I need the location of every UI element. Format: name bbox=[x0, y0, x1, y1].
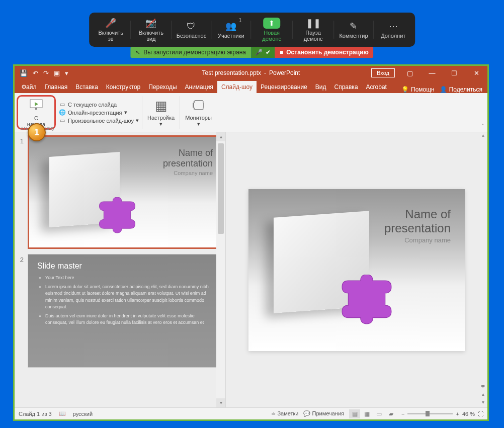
login-button[interactable]: Вход bbox=[371, 68, 395, 77]
prev-slide-button[interactable]: ≑ bbox=[478, 383, 487, 391]
maximize-button[interactable]: ☐ bbox=[443, 66, 465, 80]
normal-view-button[interactable]: ▤ bbox=[349, 409, 360, 418]
redo-icon[interactable]: ↷ bbox=[43, 69, 49, 77]
zoom-more-button[interactable]: ⋯ Дополнит bbox=[374, 19, 413, 41]
pencil-icon: ✎ bbox=[350, 21, 357, 32]
camera-icon: 📷 bbox=[145, 18, 156, 29]
slide2-title: Slide master bbox=[37, 262, 214, 271]
slide-counter[interactable]: Слайд 1 из 3 bbox=[19, 411, 52, 417]
collapse-ribbon-button[interactable]: ˄ bbox=[481, 123, 484, 130]
spell-icon[interactable]: 📖 bbox=[59, 410, 66, 417]
zoom-participants-label: Участники bbox=[218, 33, 244, 39]
comments-button[interactable]: 💬 Примечания bbox=[303, 410, 344, 417]
notes-button[interactable]: ≐ Заметки bbox=[271, 410, 298, 417]
zoom-slider[interactable] bbox=[407, 413, 453, 414]
slide-subtitle: Company name bbox=[384, 236, 451, 244]
minimize-button[interactable]: — bbox=[421, 66, 443, 80]
zoom-share-label: Новая демонс bbox=[257, 30, 286, 42]
group-start-label: ать слайд-шоу bbox=[18, 125, 490, 131]
zoom-more-label: Дополнит bbox=[381, 33, 405, 39]
thumbnail-scrollbar[interactable]: ▴ ▾ bbox=[216, 132, 225, 407]
zoom-security-button[interactable]: 🛡 Безопаснос bbox=[172, 19, 211, 41]
slide2-bullet: Lorem ipsum dolor sit amet, consectetuer… bbox=[45, 284, 214, 311]
current-slide[interactable]: Name ofpresentation Company name bbox=[248, 189, 465, 351]
slide-thumbnail-1[interactable]: 1 Name ofpresentation Company name bbox=[17, 135, 223, 249]
tab-help[interactable]: Справка bbox=[330, 81, 362, 93]
zoom-audio-label: Включить зв bbox=[97, 30, 124, 42]
slide-number: 2 bbox=[17, 254, 24, 368]
reading-view-button[interactable]: ▭ bbox=[373, 409, 384, 418]
zoom-control[interactable]: − + 46 % ⛶ bbox=[401, 411, 483, 417]
screen-share-banner: ↖ Вы запустили демонстрацию экрана 🎤 ✔ ■… bbox=[130, 47, 373, 58]
bulb-icon: 💡 bbox=[401, 86, 409, 93]
next-slide-button[interactable]: ▾ bbox=[478, 399, 487, 407]
slide-thumbnail-2[interactable]: 2 Slide master Your Text here Lorem ipsu… bbox=[17, 254, 223, 368]
slideshow-view-button[interactable]: ▰ bbox=[385, 409, 396, 418]
tab-animation[interactable]: Анимация bbox=[181, 81, 217, 93]
slide-subtitle: Company name bbox=[163, 170, 213, 176]
check-mini-icon: ✔ bbox=[266, 49, 271, 56]
language-indicator[interactable]: русский bbox=[73, 411, 93, 417]
save-icon[interactable]: 💾 bbox=[20, 69, 28, 77]
zoom-video-button[interactable]: 📷 Включить вид bbox=[131, 16, 172, 44]
zoom-participants-button[interactable]: 1 👥 Участники bbox=[211, 19, 250, 41]
annotation-callout-1: 1 bbox=[28, 123, 46, 141]
zoom-annotate-button[interactable]: ✎ Комментир bbox=[334, 19, 373, 41]
zoom-in-button[interactable]: + bbox=[456, 411, 459, 417]
undo-icon[interactable]: ↶ bbox=[33, 69, 38, 77]
zoom-out-button[interactable]: − bbox=[401, 411, 404, 417]
filename: Test presentation.pptx bbox=[202, 69, 261, 76]
sorter-view-button[interactable]: ▦ bbox=[361, 409, 372, 418]
tab-file[interactable]: Файл bbox=[18, 81, 41, 93]
scroll-up-button[interactable]: ▴ bbox=[478, 132, 487, 141]
custom-slideshow-button[interactable]: ▭Произвольное слайд-шоу ▾ bbox=[59, 117, 139, 124]
share-icon: ⬆ bbox=[263, 18, 280, 29]
share-status-text: Вы запустили демонстрацию экрана bbox=[143, 49, 246, 56]
tab-review[interactable]: Рецензирование bbox=[257, 81, 311, 93]
share-controls[interactable]: 🎤 ✔ bbox=[251, 47, 275, 58]
ribbon-content: С начала ▭С текущего слайда 🌐Онлайн-през… bbox=[15, 93, 487, 132]
close-button[interactable]: ✕ bbox=[465, 66, 487, 80]
participants-count: 1 bbox=[239, 18, 242, 23]
zoom-pause-button[interactable]: ❚❚ Пауза демонс bbox=[293, 16, 333, 44]
tab-home[interactable]: Главная bbox=[41, 81, 72, 93]
ribbon-display-button[interactable]: ▢ bbox=[399, 66, 421, 80]
app-name: PowerPoint bbox=[269, 69, 300, 76]
slide-number: 1 bbox=[17, 135, 24, 249]
mic-icon: 🎤 bbox=[105, 18, 116, 29]
zoom-share-button[interactable]: ⬆ Новая демонс bbox=[251, 16, 292, 44]
custom-icon: ▭ bbox=[59, 117, 66, 124]
online-presentation-button[interactable]: 🌐Онлайн-презентация ▾ bbox=[59, 109, 139, 116]
people-icon: 👥 bbox=[225, 21, 236, 32]
pause-icon: ❚❚ bbox=[306, 18, 321, 29]
stop-share-button[interactable]: ■ Остановить демонстрацию bbox=[275, 47, 374, 58]
zoom-video-label: Включить вид bbox=[137, 30, 165, 42]
thumbnail-pane[interactable]: 1 Name ofpresentation Company name bbox=[15, 132, 226, 407]
prev-slide-button[interactable]: ▴ bbox=[478, 391, 487, 399]
fit-button[interactable]: ⛶ bbox=[478, 411, 483, 417]
present-icon[interactable]: ▣ bbox=[54, 69, 60, 77]
from-current-button[interactable]: ▭С текущего слайда bbox=[59, 101, 139, 108]
chevron-down-icon: ▾ bbox=[136, 117, 139, 124]
ribbon-tabs: Файл Главная Вставка Конструктор Переход… bbox=[15, 80, 487, 93]
scroll-up-button[interactable]: ▴ bbox=[216, 132, 225, 141]
scroll-down-button[interactable]: ▾ bbox=[216, 398, 225, 407]
editor-area: 1 Name ofpresentation Company name bbox=[15, 132, 487, 407]
tab-slideshow[interactable]: Слайд-шоу bbox=[217, 81, 257, 93]
slide-canvas[interactable]: Name ofpresentation Company name ▴ ≑ ▴ ▾ bbox=[226, 132, 487, 407]
quick-access-toolbar[interactable]: 💾 ↶ ↷ ▣ ▾ bbox=[15, 69, 73, 77]
window-title: Test presentation.pptx - PowerPoint bbox=[202, 69, 300, 76]
zoom-level[interactable]: 46 % bbox=[462, 411, 475, 417]
tab-design[interactable]: Конструктор bbox=[102, 81, 144, 93]
share-button[interactable]: 👤Поделиться bbox=[440, 86, 482, 93]
tab-acrobat[interactable]: Acrobat bbox=[362, 81, 391, 93]
tab-transitions[interactable]: Переходы bbox=[144, 81, 181, 93]
qat-dropdown-icon[interactable]: ▾ bbox=[65, 69, 68, 77]
main-scrollbar[interactable]: ▴ ≑ ▴ ▾ bbox=[478, 132, 487, 407]
setup-icon: ▦ bbox=[155, 98, 167, 114]
tab-insert[interactable]: Вставка bbox=[71, 81, 102, 93]
zoom-audio-button[interactable]: 🎤 Включить зв bbox=[91, 16, 130, 44]
tell-me-button[interactable]: 💡Помощн bbox=[401, 86, 435, 93]
tab-view[interactable]: Вид bbox=[311, 81, 330, 93]
scroll-thumb[interactable] bbox=[218, 143, 224, 234]
